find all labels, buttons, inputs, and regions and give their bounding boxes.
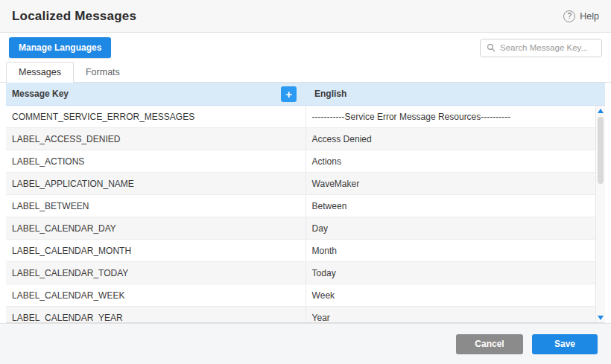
tab-bar: Messages Formats <box>0 63 611 83</box>
table-row[interactable]: COMMENT_SERVICE_ERROR_MESSAGES ---------… <box>6 106 595 128</box>
row-message-key: LABEL_CALENDAR_YEAR <box>6 307 306 323</box>
row-message-key: LABEL_ACCESS_DENIED <box>6 128 306 150</box>
row-english-value: Week <box>306 284 595 306</box>
row-message-key: LABEL_CALENDAR_MONTH <box>6 240 306 261</box>
row-message-key: LABEL_BETWEEN <box>6 195 306 217</box>
search-icon <box>487 43 496 52</box>
column-header-english: English <box>308 83 605 105</box>
save-button[interactable]: Save <box>532 334 598 354</box>
english-column-label: English <box>314 89 346 99</box>
table-row[interactable]: LABEL_CALENDAR_YEAR Year <box>6 307 595 323</box>
localized-messages-dialog: Localized Messages ? Help Manage Languag… <box>0 0 611 364</box>
arrow-up-icon <box>598 109 604 113</box>
question-circle-icon: ? <box>563 10 575 22</box>
row-english-value: Today <box>306 262 595 284</box>
row-english-value: WaveMaker <box>306 173 595 194</box>
page-title: Localized Messages <box>12 9 136 24</box>
row-english-value: Between <box>306 195 595 217</box>
table-row[interactable]: LABEL_BETWEEN Between <box>6 195 595 217</box>
arrow-down-icon <box>598 316 604 320</box>
table-row[interactable]: LABEL_CALENDAR_TODAY Today <box>6 262 595 284</box>
row-english-value: Month <box>306 240 595 261</box>
table-row[interactable]: LABEL_CALENDAR_MONTH Month <box>6 240 595 262</box>
tab-messages[interactable]: Messages <box>6 62 74 83</box>
scroll-up-button[interactable] <box>596 106 606 115</box>
dialog-footer: Cancel Save <box>0 323 611 364</box>
table-rows: COMMENT_SERVICE_ERROR_MESSAGES ---------… <box>6 106 595 323</box>
row-message-key: LABEL_CALENDAR_DAY <box>6 217 306 239</box>
message-key-column-label: Message Key <box>12 89 69 99</box>
row-message-key: LABEL_CALENDAR_TODAY <box>6 262 306 284</box>
vertical-scrollbar[interactable] <box>595 106 605 322</box>
table-row[interactable]: LABEL_ACCESS_DENIED Access Denied <box>6 128 595 150</box>
row-message-key: LABEL_CALENDAR_WEEK <box>6 284 306 306</box>
help-label: Help <box>580 11 599 22</box>
manage-languages-button[interactable]: Manage Languages <box>9 37 111 58</box>
add-message-key-button[interactable]: + <box>281 86 297 102</box>
toolbar: Manage Languages <box>0 33 611 63</box>
row-english-value: Year <box>306 307 595 323</box>
scrollbar-thumb[interactable] <box>598 117 604 184</box>
table-row[interactable]: LABEL_CALENDAR_WEEK Week <box>6 284 595 307</box>
messages-table: Message Key + English COMMENT_SERVICE_ER… <box>6 83 605 323</box>
table-body: COMMENT_SERVICE_ERROR_MESSAGES ---------… <box>6 106 605 323</box>
row-english-value: Day <box>306 217 595 239</box>
dialog-header: Localized Messages ? Help <box>0 0 611 33</box>
tab-formats[interactable]: Formats <box>74 63 132 82</box>
cancel-button[interactable]: Cancel <box>456 334 523 354</box>
table-row[interactable]: LABEL_ACTIONS Actions <box>6 150 595 173</box>
table-row[interactable]: LABEL_APPLICATION_NAME WaveMaker <box>6 173 595 195</box>
row-message-key: COMMENT_SERVICE_ERROR_MESSAGES <box>6 106 306 127</box>
search-box[interactable] <box>480 39 602 57</box>
search-input[interactable] <box>500 43 595 52</box>
row-english-value: Actions <box>306 150 595 172</box>
row-message-key: LABEL_APPLICATION_NAME <box>6 173 306 194</box>
help-button[interactable]: ? Help <box>563 10 599 22</box>
row-english-value: -----------Service Error Message Resourc… <box>306 106 595 127</box>
table-header-row: Message Key + English <box>6 83 605 106</box>
scroll-down-button[interactable] <box>596 313 606 322</box>
row-message-key: LABEL_ACTIONS <box>6 150 306 172</box>
row-english-value: Access Denied <box>306 128 595 150</box>
table-row[interactable]: LABEL_CALENDAR_DAY Day <box>6 217 595 240</box>
column-header-message-key: Message Key + <box>6 83 308 105</box>
